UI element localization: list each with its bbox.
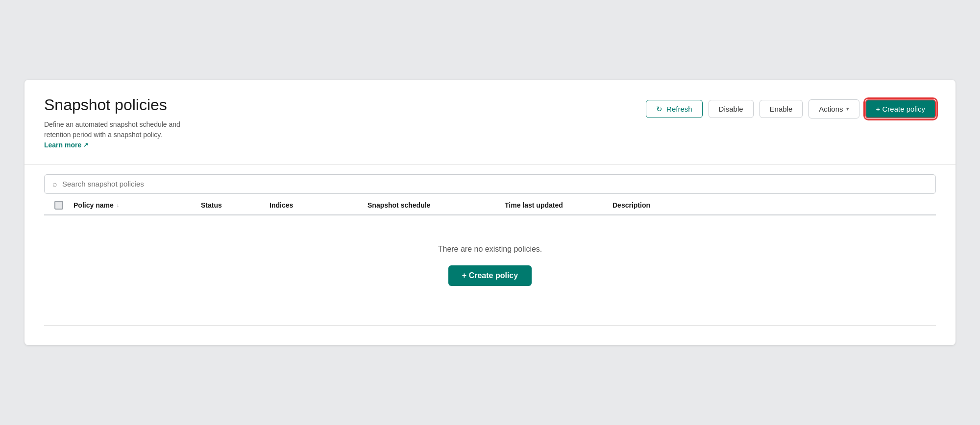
col-label-status: Status xyxy=(201,201,222,209)
col-label-snapshot-schedule: Snapshot schedule xyxy=(368,201,430,209)
page-description: Define an automated snapshot schedule an… xyxy=(44,119,201,150)
search-input[interactable] xyxy=(62,180,928,188)
col-header-time-last-updated: Time last updated xyxy=(505,201,612,209)
refresh-label: Refresh xyxy=(666,105,692,113)
col-label-policy-name: Policy name xyxy=(74,201,114,209)
chevron-down-icon: ▾ xyxy=(846,106,849,112)
footer-divider xyxy=(44,325,936,326)
empty-message: There are no existing policies. xyxy=(438,245,542,254)
col-label-indices: Indices xyxy=(270,201,293,209)
table-container: Policy name ↓ Status Indices Snapshot sc… xyxy=(44,194,936,315)
create-policy-button-header[interactable]: + Create policy xyxy=(865,99,936,118)
select-all-checkbox[interactable] xyxy=(54,201,63,210)
create-policy-label-header: + Create policy xyxy=(876,105,925,113)
page-content: ⌕ Policy name ↓ Status Indices xyxy=(24,165,956,345)
learn-more-label: Learn more xyxy=(44,140,81,150)
refresh-button[interactable]: ↻ Refresh xyxy=(646,100,703,118)
main-card: Snapshot policies Define an automated sn… xyxy=(24,80,956,345)
learn-more-link[interactable]: Learn more ↗ xyxy=(44,140,88,150)
col-header-description: Description xyxy=(612,201,936,209)
select-all-checkbox-cell xyxy=(44,201,74,210)
description-text: Define an automated snapshot schedule an… xyxy=(44,120,180,139)
col-header-snapshot-schedule: Snapshot schedule xyxy=(368,201,505,209)
external-link-icon: ↗ xyxy=(83,141,88,149)
page-header: Snapshot policies Define an automated sn… xyxy=(24,80,956,164)
create-policy-label-empty: + Create policy xyxy=(462,271,518,280)
col-header-status: Status xyxy=(201,201,270,209)
actions-label: Actions xyxy=(819,105,843,113)
header-left: Snapshot policies Define an automated sn… xyxy=(44,95,201,150)
disable-label: Disable xyxy=(719,105,743,113)
enable-label: Enable xyxy=(770,105,793,113)
sort-icon-policy-name[interactable]: ↓ xyxy=(117,202,120,208)
actions-dropdown-button[interactable]: Actions ▾ xyxy=(808,99,859,118)
header-actions: ↻ Refresh Disable Enable Actions ▾ + Cre… xyxy=(646,95,936,118)
page-title: Snapshot policies xyxy=(44,95,201,114)
col-label-description: Description xyxy=(612,201,650,209)
col-header-indices: Indices xyxy=(270,201,368,209)
table-header-row: Policy name ↓ Status Indices Snapshot sc… xyxy=(44,194,936,215)
enable-button[interactable]: Enable xyxy=(760,100,803,118)
col-label-time-last-updated: Time last updated xyxy=(505,201,563,209)
disable-button[interactable]: Disable xyxy=(709,100,754,118)
col-header-policy-name: Policy name ↓ xyxy=(74,201,201,209)
search-bar: ⌕ xyxy=(44,174,936,194)
search-icon: ⌕ xyxy=(52,180,57,189)
empty-state: There are no existing policies. + Create… xyxy=(44,215,936,315)
refresh-icon: ↻ xyxy=(656,105,662,113)
create-policy-button-empty[interactable]: + Create policy xyxy=(448,265,532,286)
